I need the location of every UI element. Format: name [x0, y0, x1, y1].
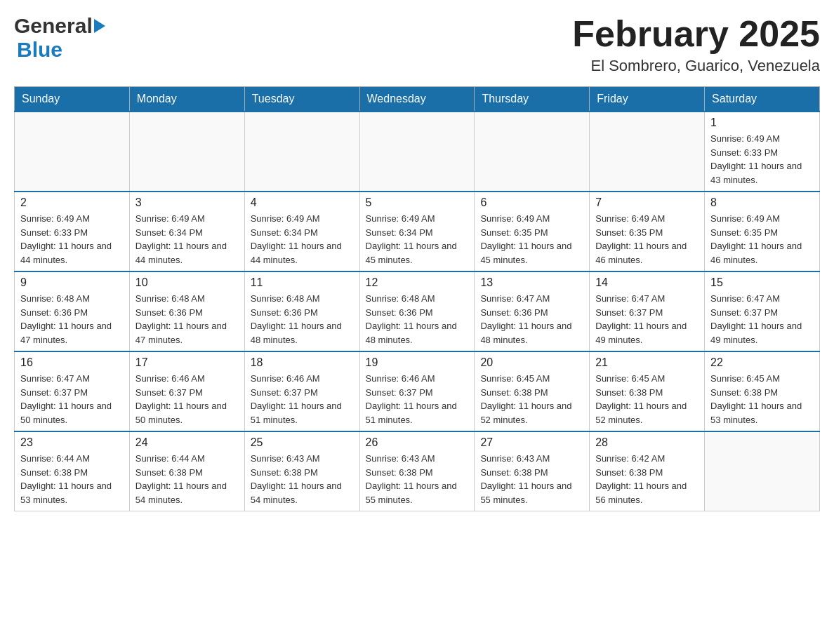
- calendar-header-thursday: Thursday: [475, 87, 590, 112]
- day-info: Sunrise: 6:48 AM Sunset: 6:36 PM Dayligh…: [20, 292, 124, 347]
- calendar-cell: 17Sunrise: 6:46 AM Sunset: 6:37 PM Dayli…: [129, 351, 244, 431]
- day-info: Sunrise: 6:43 AM Sunset: 6:38 PM Dayligh…: [480, 452, 583, 507]
- day-info: Sunrise: 6:46 AM Sunset: 6:37 PM Dayligh…: [251, 372, 354, 427]
- location-title: El Sombrero, Guarico, Venezuela: [572, 57, 820, 75]
- calendar-cell: 14Sunrise: 6:47 AM Sunset: 6:37 PM Dayli…: [590, 271, 705, 351]
- calendar-cell: 12Sunrise: 6:48 AM Sunset: 6:36 PM Dayli…: [359, 271, 475, 351]
- calendar-cell: 8Sunrise: 6:49 AM Sunset: 6:35 PM Daylig…: [705, 192, 820, 271]
- day-number: 16: [20, 356, 124, 369]
- day-info: Sunrise: 6:49 AM Sunset: 6:35 PM Dayligh…: [480, 212, 583, 267]
- day-number: 3: [135, 196, 239, 209]
- day-info: Sunrise: 6:45 AM Sunset: 6:38 PM Dayligh…: [710, 372, 814, 427]
- calendar-cell: 15Sunrise: 6:47 AM Sunset: 6:37 PM Dayli…: [705, 271, 820, 351]
- day-info: Sunrise: 6:47 AM Sunset: 6:37 PM Dayligh…: [710, 292, 814, 347]
- calendar-cell: 23Sunrise: 6:44 AM Sunset: 6:38 PM Dayli…: [15, 431, 130, 511]
- day-number: 20: [480, 356, 583, 369]
- day-info: Sunrise: 6:47 AM Sunset: 6:36 PM Dayligh…: [480, 292, 583, 347]
- day-number: 1: [710, 116, 814, 129]
- calendar-cell: 3Sunrise: 6:49 AM Sunset: 6:34 PM Daylig…: [129, 192, 244, 271]
- day-info: Sunrise: 6:47 AM Sunset: 6:37 PM Dayligh…: [20, 372, 124, 427]
- calendar-cell: 26Sunrise: 6:43 AM Sunset: 6:38 PM Dayli…: [359, 431, 475, 511]
- day-number: 7: [595, 196, 699, 209]
- day-number: 13: [480, 276, 583, 289]
- page-header: General Blue February 2025 El Sombrero, …: [14, 14, 820, 75]
- calendar-cell: 11Sunrise: 6:48 AM Sunset: 6:36 PM Dayli…: [244, 271, 359, 351]
- day-number: 11: [251, 276, 354, 289]
- day-info: Sunrise: 6:48 AM Sunset: 6:36 PM Dayligh…: [251, 292, 354, 347]
- calendar-cell: 18Sunrise: 6:46 AM Sunset: 6:37 PM Dayli…: [244, 351, 359, 431]
- calendar-cell: 4Sunrise: 6:49 AM Sunset: 6:34 PM Daylig…: [244, 192, 359, 271]
- calendar-cell: 5Sunrise: 6:49 AM Sunset: 6:34 PM Daylig…: [359, 192, 475, 271]
- day-number: 10: [135, 276, 239, 289]
- month-title: February 2025: [572, 14, 820, 54]
- calendar-week-row: 1Sunrise: 6:49 AM Sunset: 6:33 PM Daylig…: [15, 112, 820, 192]
- calendar-week-row: 23Sunrise: 6:44 AM Sunset: 6:38 PM Dayli…: [15, 431, 820, 511]
- day-info: Sunrise: 6:48 AM Sunset: 6:36 PM Dayligh…: [135, 292, 239, 347]
- calendar-cell: 10Sunrise: 6:48 AM Sunset: 6:36 PM Dayli…: [129, 271, 244, 351]
- calendar-week-row: 9Sunrise: 6:48 AM Sunset: 6:36 PM Daylig…: [15, 271, 820, 351]
- calendar-cell: 16Sunrise: 6:47 AM Sunset: 6:37 PM Dayli…: [15, 351, 130, 431]
- calendar-cell: 13Sunrise: 6:47 AM Sunset: 6:36 PM Dayli…: [475, 271, 590, 351]
- calendar-cell: 21Sunrise: 6:45 AM Sunset: 6:38 PM Dayli…: [590, 351, 705, 431]
- calendar-week-row: 2Sunrise: 6:49 AM Sunset: 6:33 PM Daylig…: [15, 192, 820, 271]
- calendar-cell: 6Sunrise: 6:49 AM Sunset: 6:35 PM Daylig…: [475, 192, 590, 271]
- day-number: 23: [20, 436, 124, 449]
- logo: General Blue: [14, 14, 105, 62]
- calendar-header-sunday: Sunday: [15, 87, 130, 112]
- day-number: 2: [20, 196, 124, 209]
- logo-blue-text: Blue: [17, 38, 62, 61]
- day-number: 5: [366, 196, 469, 209]
- day-number: 27: [480, 436, 583, 449]
- day-number: 19: [366, 356, 469, 369]
- calendar-table: SundayMondayTuesdayWednesdayThursdayFrid…: [14, 86, 820, 511]
- calendar-header-saturday: Saturday: [705, 87, 820, 112]
- day-info: Sunrise: 6:49 AM Sunset: 6:34 PM Dayligh…: [135, 212, 239, 267]
- calendar-cell: 9Sunrise: 6:48 AM Sunset: 6:36 PM Daylig…: [15, 271, 130, 351]
- day-info: Sunrise: 6:44 AM Sunset: 6:38 PM Dayligh…: [20, 452, 124, 507]
- day-number: 12: [366, 276, 469, 289]
- calendar-week-row: 16Sunrise: 6:47 AM Sunset: 6:37 PM Dayli…: [15, 351, 820, 431]
- calendar-cell: [15, 112, 130, 192]
- day-number: 26: [366, 436, 469, 449]
- day-info: Sunrise: 6:42 AM Sunset: 6:38 PM Dayligh…: [595, 452, 699, 507]
- day-info: Sunrise: 6:49 AM Sunset: 6:34 PM Dayligh…: [366, 212, 469, 267]
- logo-general-text: General: [14, 14, 93, 38]
- day-number: 8: [710, 196, 814, 209]
- calendar-header-monday: Monday: [129, 87, 244, 112]
- calendar-cell: [475, 112, 590, 192]
- day-info: Sunrise: 6:48 AM Sunset: 6:36 PM Dayligh…: [366, 292, 469, 347]
- day-info: Sunrise: 6:46 AM Sunset: 6:37 PM Dayligh…: [366, 372, 469, 427]
- day-number: 17: [135, 356, 239, 369]
- day-number: 24: [135, 436, 239, 449]
- day-number: 22: [710, 356, 814, 369]
- day-number: 21: [595, 356, 699, 369]
- calendar-cell: 28Sunrise: 6:42 AM Sunset: 6:38 PM Dayli…: [590, 431, 705, 511]
- day-number: 6: [480, 196, 583, 209]
- calendar-cell: 25Sunrise: 6:43 AM Sunset: 6:38 PM Dayli…: [244, 431, 359, 511]
- calendar-cell: [359, 112, 475, 192]
- calendar-cell: 24Sunrise: 6:44 AM Sunset: 6:38 PM Dayli…: [129, 431, 244, 511]
- day-info: Sunrise: 6:49 AM Sunset: 6:35 PM Dayligh…: [710, 212, 814, 267]
- calendar-cell: 1Sunrise: 6:49 AM Sunset: 6:33 PM Daylig…: [705, 112, 820, 192]
- calendar-cell: 7Sunrise: 6:49 AM Sunset: 6:35 PM Daylig…: [590, 192, 705, 271]
- calendar-header-tuesday: Tuesday: [244, 87, 359, 112]
- day-number: 4: [251, 196, 354, 209]
- day-number: 18: [251, 356, 354, 369]
- day-info: Sunrise: 6:43 AM Sunset: 6:38 PM Dayligh…: [251, 452, 354, 507]
- day-info: Sunrise: 6:49 AM Sunset: 6:33 PM Dayligh…: [20, 212, 124, 267]
- day-info: Sunrise: 6:44 AM Sunset: 6:38 PM Dayligh…: [135, 452, 239, 507]
- day-info: Sunrise: 6:49 AM Sunset: 6:35 PM Dayligh…: [595, 212, 699, 267]
- day-info: Sunrise: 6:49 AM Sunset: 6:33 PM Dayligh…: [710, 132, 814, 187]
- day-number: 14: [595, 276, 699, 289]
- title-block: February 2025 El Sombrero, Guarico, Vene…: [572, 14, 820, 75]
- calendar-cell: [244, 112, 359, 192]
- calendar-cell: [705, 431, 820, 511]
- calendar-cell: 22Sunrise: 6:45 AM Sunset: 6:38 PM Dayli…: [705, 351, 820, 431]
- calendar-cell: [129, 112, 244, 192]
- day-info: Sunrise: 6:45 AM Sunset: 6:38 PM Dayligh…: [480, 372, 583, 427]
- day-info: Sunrise: 6:49 AM Sunset: 6:34 PM Dayligh…: [251, 212, 354, 267]
- calendar-header-row: SundayMondayTuesdayWednesdayThursdayFrid…: [15, 87, 820, 112]
- day-number: 9: [20, 276, 124, 289]
- calendar-header-wednesday: Wednesday: [359, 87, 475, 112]
- calendar-header-friday: Friday: [590, 87, 705, 112]
